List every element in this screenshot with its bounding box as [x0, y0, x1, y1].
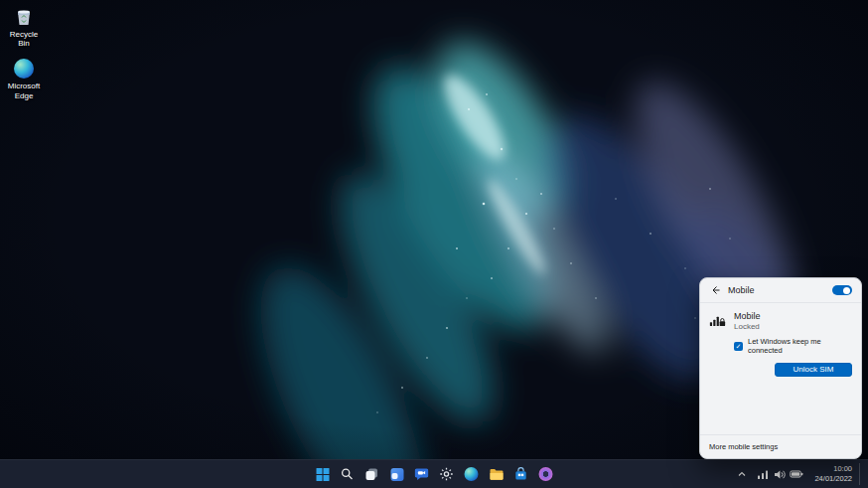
unlock-sim-button[interactable]: Unlock SIM	[775, 363, 852, 377]
settings-button[interactable]	[436, 463, 458, 485]
system-tray: 10:00 24/01/2022	[733, 460, 864, 488]
battery-icon	[790, 469, 803, 479]
photos-button[interactable]	[535, 463, 557, 485]
task-view-button[interactable]	[362, 463, 383, 485]
button-row: Unlock SIM	[700, 355, 861, 381]
file-explorer-button[interactable]	[486, 463, 507, 485]
taskbar-center-icons	[312, 463, 557, 485]
clock[interactable]: 10:00 24/01/2022	[809, 463, 857, 485]
back-arrow-icon	[710, 285, 720, 295]
mobile-network-item[interactable]: Mobile Locked	[700, 303, 861, 333]
tray-time: 10:00	[833, 464, 852, 474]
flyout-header: Mobile	[700, 278, 861, 303]
edge-shortcut-label: Microsoft Edge	[3, 81, 45, 99]
network-icon	[757, 469, 770, 480]
network-text: Mobile Locked	[734, 311, 761, 331]
microsoft-edge-shortcut[interactable]: Microsoft Edge	[2, 58, 46, 99]
tray-date: 24/01/2022	[814, 474, 852, 484]
store-bag-icon	[514, 467, 528, 481]
chat-button[interactable]	[411, 463, 433, 485]
flyout-title: Mobile	[728, 285, 755, 295]
taskbar: 10:00 24/01/2022	[0, 459, 868, 488]
mobile-toggle[interactable]	[832, 285, 852, 295]
toggle-knob	[843, 287, 850, 294]
search-icon	[341, 467, 355, 481]
checkbox-checked-icon: ✓	[734, 342, 743, 351]
chat-icon	[415, 467, 429, 481]
network-status: Locked	[734, 322, 761, 331]
start-button[interactable]	[312, 463, 334, 485]
more-mobile-settings-link[interactable]: More mobile settings	[709, 442, 778, 451]
gear-icon	[440, 467, 454, 481]
mobile-network-flyout: Mobile Mobile Locked ✓ Let Windows keep …	[699, 277, 862, 459]
store-button[interactable]	[510, 463, 532, 485]
widgets-button[interactable]	[386, 463, 408, 485]
edge-icon	[13, 58, 35, 80]
photos-icon	[539, 467, 553, 481]
desktop-icon-area: Recycle Bin Microsoft Edge	[2, 6, 46, 100]
network-name: Mobile	[734, 311, 761, 321]
recycle-bin-shortcut[interactable]: Recycle Bin	[2, 6, 46, 48]
checkbox-label: Let Windows keep me connected	[748, 337, 852, 355]
back-button[interactable]	[709, 284, 721, 296]
show-desktop-button[interactable]	[859, 463, 864, 485]
widgets-icon	[390, 468, 403, 481]
edge-button[interactable]	[461, 463, 483, 485]
flyout-spacer	[700, 381, 861, 434]
cellular-locked-icon	[709, 312, 726, 329]
chevron-up-icon	[737, 469, 747, 479]
keep-connected-checkbox[interactable]: ✓ Let Windows keep me connected	[734, 337, 852, 355]
recycle-bin-icon	[13, 6, 35, 28]
quick-settings-button[interactable]	[753, 463, 807, 485]
recycle-bin-label: Recycle Bin	[3, 30, 45, 48]
folder-icon	[489, 468, 504, 481]
edge-icon	[465, 467, 479, 481]
flyout-footer: More mobile settings	[700, 434, 861, 458]
search-button[interactable]	[337, 463, 359, 485]
windows-logo-icon	[316, 468, 329, 481]
volume-icon	[774, 469, 786, 480]
hidden-icons-button[interactable]	[733, 463, 751, 485]
task-view-icon	[365, 467, 379, 481]
